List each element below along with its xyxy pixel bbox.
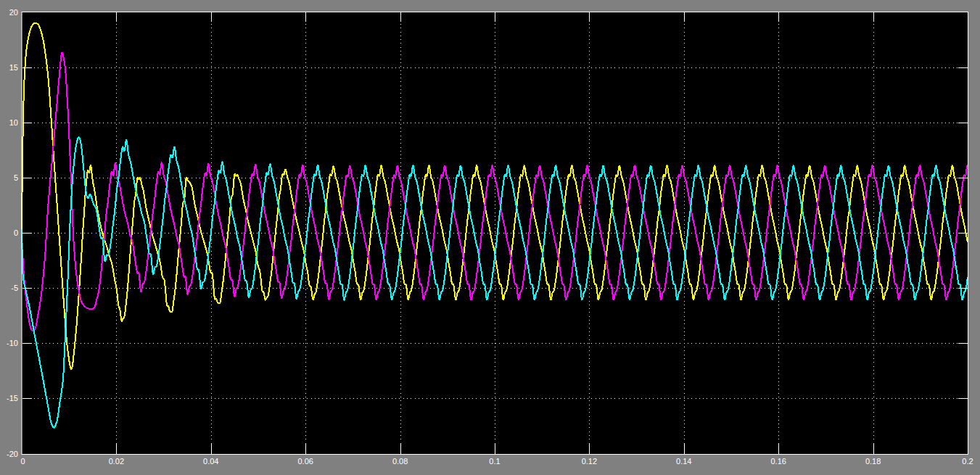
svg-text:0.14: 0.14 [676,457,691,466]
svg-text:-5: -5 [11,284,18,292]
svg-text:5: 5 [14,173,18,182]
svg-text:0: 0 [14,228,18,237]
svg-text:15: 15 [9,63,18,72]
svg-text:0: 0 [20,457,25,466]
svg-text:0.12: 0.12 [582,457,597,466]
svg-text:0.06: 0.06 [297,457,313,466]
svg-text:0.08: 0.08 [392,457,408,466]
svg-text:-10: -10 [7,339,18,347]
svg-text:20: 20 [9,8,18,17]
svg-text:-15: -15 [7,394,18,402]
svg-text:0.04: 0.04 [203,457,218,466]
svg-text:0.2: 0.2 [962,457,973,466]
svg-text:-20: -20 [7,450,18,458]
svg-text:0.02: 0.02 [109,457,124,466]
svg-text:0.1: 0.1 [489,457,500,466]
svg-text:0.18: 0.18 [865,457,881,466]
svg-text:10: 10 [9,118,18,127]
svg-text:0.16: 0.16 [770,457,786,466]
